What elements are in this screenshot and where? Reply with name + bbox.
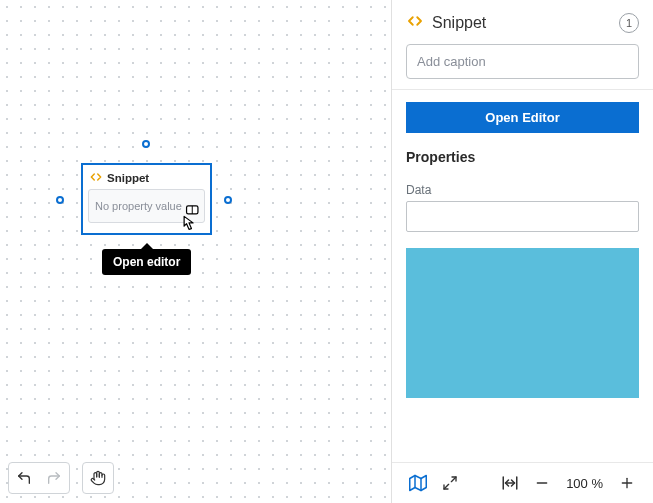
- caption-input[interactable]: [406, 44, 639, 79]
- instance-count-badge: 1: [619, 13, 639, 33]
- selection-handle-right[interactable]: [224, 196, 232, 204]
- history-group: [8, 462, 70, 494]
- code-icon: [406, 12, 424, 34]
- properties-heading: Properties: [392, 149, 653, 183]
- snippet-node[interactable]: Snippet No property value: [81, 163, 212, 235]
- app-root: Snippet No property value Open editor: [0, 0, 653, 503]
- canvas-toolbar: [8, 462, 114, 494]
- redo-button[interactable]: [39, 463, 69, 493]
- snippet-node-body[interactable]: No property value: [88, 189, 205, 223]
- selection-handle-left[interactable]: [56, 196, 64, 204]
- open-editor-button[interactable]: Open Editor: [406, 102, 639, 133]
- zoom-out-button[interactable]: [530, 471, 554, 495]
- inspector-header: Snippet 1: [392, 12, 653, 44]
- undo-button[interactable]: [9, 463, 39, 493]
- svg-line-6: [444, 484, 449, 489]
- canvas[interactable]: Snippet No property value Open editor: [0, 0, 391, 503]
- fullscreen-button[interactable]: [438, 471, 462, 495]
- open-editor-tooltip: Open editor: [102, 249, 191, 275]
- hand-tool-button[interactable]: [83, 463, 113, 493]
- zoom-in-button[interactable]: [615, 471, 639, 495]
- data-property-label: Data: [392, 183, 653, 201]
- inspector-title: Snippet: [432, 14, 611, 32]
- minimap-button[interactable]: [406, 471, 430, 495]
- inspector-footer: 100 %: [392, 462, 653, 503]
- inspector-panel: Snippet 1 Open Editor Properties Data 10…: [391, 0, 653, 503]
- preview-block: [406, 248, 639, 398]
- snippet-node-header: Snippet: [83, 165, 210, 189]
- snippet-node-title: Snippet: [107, 172, 149, 184]
- data-property-input[interactable]: [406, 201, 639, 232]
- svg-line-5: [451, 477, 456, 482]
- zoom-level-label: 100 %: [562, 476, 607, 491]
- selection-handle-top[interactable]: [142, 140, 150, 148]
- code-icon: [89, 170, 103, 186]
- svg-marker-2: [410, 476, 427, 491]
- fit-width-button[interactable]: [498, 471, 522, 495]
- pan-group: [82, 462, 114, 494]
